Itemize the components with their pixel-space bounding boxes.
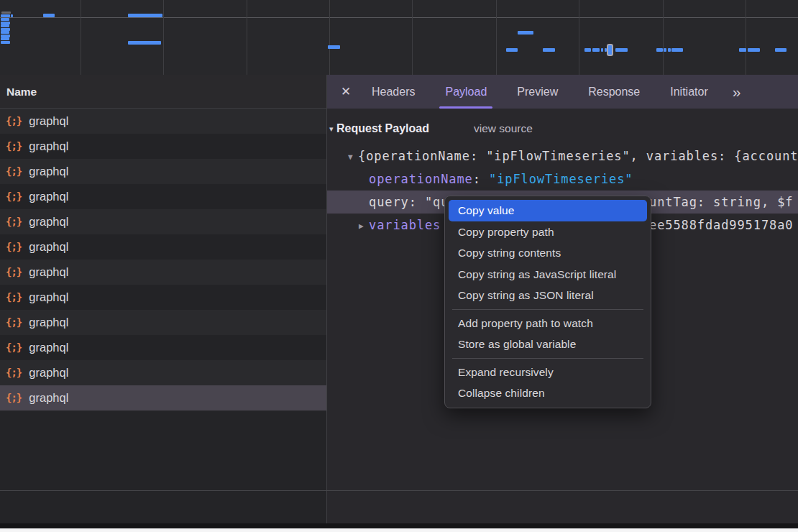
overview-gridline xyxy=(579,0,579,75)
request-row-graphql-10[interactable]: {;}graphql xyxy=(0,335,326,360)
overview-request-bar xyxy=(592,48,600,52)
panel-split-divider[interactable] xyxy=(326,75,327,523)
disclosure-triangle-icon[interactable]: ▾ xyxy=(329,119,334,139)
overview-request-bar xyxy=(1,31,9,34)
overview-selected-request-marker xyxy=(607,44,613,56)
overview-request-bar xyxy=(1,14,10,17)
request-row-graphql-9[interactable]: {;}graphql xyxy=(0,310,326,335)
network-overview-timeline[interactable] xyxy=(0,0,798,75)
overview-request-bar xyxy=(11,14,13,17)
json-plain-text: query: "qu xyxy=(369,195,449,209)
overview-gridline xyxy=(81,0,81,75)
request-row-graphql-2[interactable]: {;}graphql xyxy=(0,134,326,159)
chevron-double-right-icon[interactable]: » xyxy=(733,75,740,109)
menu-item-copy-string-as-javascript-literal[interactable]: Copy string as JavaScript literal xyxy=(449,264,647,285)
request-row-graphql-6[interactable]: {;}graphql xyxy=(0,234,326,260)
overview-request-bar xyxy=(543,48,555,52)
request-rows: {;}graphql{;}graphql{;}graphql{;}graphql… xyxy=(0,109,326,411)
overview-request-bar xyxy=(601,48,603,52)
json-request-icon: {;} xyxy=(6,109,22,134)
overview-request-bar xyxy=(1,12,11,14)
tab-headers[interactable]: Headers xyxy=(372,75,415,109)
json-request-icon: {;} xyxy=(6,209,22,234)
page-background-sliver xyxy=(0,528,798,532)
request-name-label: graphql xyxy=(29,134,68,159)
request-row-graphql-12[interactable]: {;}graphql xyxy=(0,385,326,411)
overview-request-bar xyxy=(1,37,9,40)
details-tab-bar: ✕ HeadersPayloadPreviewResponseInitiator… xyxy=(327,75,798,109)
json-request-icon: {;} xyxy=(6,260,22,285)
collapsed-arrow-icon[interactable]: ▶ xyxy=(359,215,369,237)
overview-gridline xyxy=(412,0,413,75)
request-row-graphql-8[interactable]: {;}graphql xyxy=(0,285,326,310)
menu-item-expand-recursively[interactable]: Expand recursively xyxy=(449,362,647,383)
request-payload-title: Request Payload xyxy=(336,119,429,139)
menu-separator xyxy=(452,358,643,359)
request-list-panel: Name {;}graphql{;}graphql{;}graphql{;}gr… xyxy=(0,75,326,523)
json-clipped-text: untTag: string, $f xyxy=(649,191,793,214)
payload-tree-row-2[interactable]: operationName: "ipFlowTimeseries" xyxy=(327,168,798,191)
request-row-graphql-5[interactable]: {;}graphql xyxy=(0,209,326,234)
menu-item-copy-value[interactable]: Copy value xyxy=(449,200,647,221)
overview-gridline xyxy=(663,0,664,75)
overview-request-bar xyxy=(1,24,9,27)
overview-request-bar xyxy=(775,48,786,52)
name-column-header[interactable]: Name xyxy=(0,75,326,109)
menu-item-add-property-path-to-watch[interactable]: Add property path to watch xyxy=(449,313,647,334)
devtools-network-panel: Name {;}graphql{;}graphql{;}graphql{;}gr… xyxy=(0,0,798,532)
overview-request-bar xyxy=(128,41,161,45)
json-key-text: operationName xyxy=(369,172,473,186)
menu-item-store-as-global-variable[interactable]: Store as global variable xyxy=(449,334,647,355)
request-name-label: graphql xyxy=(29,260,68,285)
json-plain-text: : xyxy=(473,172,489,186)
json-request-icon: {;} xyxy=(6,385,22,411)
footer-divider xyxy=(0,490,798,491)
tab-response[interactable]: Response xyxy=(588,75,640,109)
overview-band-divider xyxy=(0,17,798,18)
json-request-icon: {;} xyxy=(6,285,22,310)
request-row-graphql-3[interactable]: {;}graphql xyxy=(0,159,326,184)
overview-gridline xyxy=(247,0,247,75)
close-icon[interactable]: ✕ xyxy=(333,84,359,99)
overview-request-bar xyxy=(671,48,683,52)
tab-payload[interactable]: Payload xyxy=(445,75,487,109)
request-row-graphql-4[interactable]: {;}graphql xyxy=(0,184,326,209)
json-request-icon: {;} xyxy=(6,360,22,385)
request-row-graphql-1[interactable]: {;}graphql xyxy=(0,109,326,134)
request-name-label: graphql xyxy=(29,109,68,134)
overview-request-bar xyxy=(615,48,628,52)
request-name-label: graphql xyxy=(29,310,68,335)
details-tabs: HeadersPayloadPreviewResponseInitiator xyxy=(372,75,708,109)
overview-gridline xyxy=(163,0,164,75)
overview-gridline xyxy=(496,0,497,75)
menu-item-copy-property-path[interactable]: Copy property path xyxy=(449,221,647,243)
request-name-label: graphql xyxy=(29,184,68,209)
request-name-label: graphql xyxy=(29,335,68,360)
menu-item-copy-string-as-json-literal[interactable]: Copy string as JSON literal xyxy=(449,285,647,306)
expanded-arrow-icon[interactable]: ▼ xyxy=(348,146,358,168)
overview-gridline xyxy=(746,0,746,75)
json-request-icon: {;} xyxy=(6,335,22,360)
menu-item-copy-string-contents[interactable]: Copy string contents xyxy=(449,242,647,264)
request-name-label: graphql xyxy=(29,360,68,385)
request-row-graphql-11[interactable]: {;}graphql xyxy=(0,360,326,385)
request-name-label: graphql xyxy=(29,209,68,234)
json-request-icon: {;} xyxy=(6,159,22,184)
json-clipped-text: ee5588fdad995178a0 xyxy=(649,214,793,237)
json-request-icon: {;} xyxy=(6,310,22,335)
json-request-icon: {;} xyxy=(6,184,22,209)
overview-request-bar xyxy=(739,48,746,52)
payload-tree-row-1[interactable]: ▼{operationName: "ipFlowTimeseries", var… xyxy=(327,145,798,168)
json-key-text: variables xyxy=(369,218,441,232)
menu-item-collapse-children[interactable]: Collapse children xyxy=(449,382,647,404)
window-bottom-edge xyxy=(0,523,798,528)
overview-request-bar xyxy=(664,48,666,52)
tab-initiator[interactable]: Initiator xyxy=(670,75,707,109)
request-row-graphql-7[interactable]: {;}graphql xyxy=(0,260,326,285)
view-source-link[interactable]: view source xyxy=(474,119,533,139)
tab-preview[interactable]: Preview xyxy=(517,75,558,109)
json-request-icon: {;} xyxy=(6,134,22,159)
request-payload-section-header: ▾ Request Payload view source xyxy=(327,119,798,139)
overview-request-bar xyxy=(506,48,518,52)
overview-request-bar xyxy=(656,48,663,52)
